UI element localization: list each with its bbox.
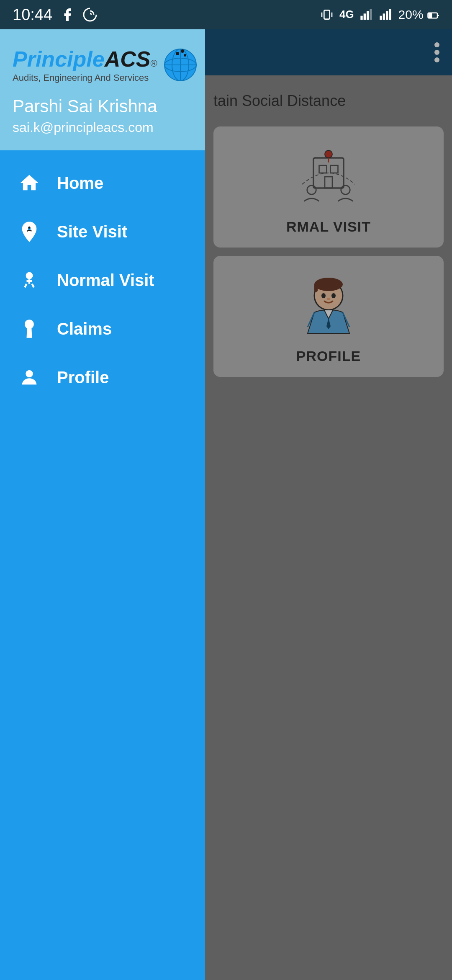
logo-subtitle: Audits, Engineering And Services	[13, 72, 157, 83]
svg-point-32	[184, 54, 186, 57]
svg-rect-7	[386, 11, 388, 20]
home-label: Home	[57, 174, 103, 193]
drawer-menu: Home Site Visit	[0, 150, 205, 410]
signal-icon	[360, 8, 373, 21]
svg-rect-10	[429, 14, 431, 17]
svg-point-31	[181, 49, 184, 53]
sidebar-item-claims[interactable]: Claims	[0, 304, 205, 353]
claims-label: Claims	[57, 320, 112, 338]
signal2-icon	[379, 8, 393, 21]
svg-rect-1	[360, 16, 362, 20]
svg-rect-6	[383, 13, 385, 20]
facebook-icon	[60, 7, 75, 22]
profile-icon	[17, 365, 42, 390]
airtel-icon	[82, 7, 98, 22]
svg-point-35	[27, 273, 32, 279]
profile-label: Profile	[57, 368, 109, 387]
sidebar-item-profile[interactable]: Profile	[0, 353, 205, 402]
svg-rect-0	[324, 10, 329, 19]
sidebar-item-home[interactable]: Home	[0, 159, 205, 207]
logo-acs: ACS	[105, 46, 151, 72]
battery-indicator: 20%	[398, 8, 439, 22]
svg-point-34	[28, 227, 30, 229]
svg-point-36	[26, 370, 33, 377]
sidebar-item-site-visit[interactable]: Site Visit	[0, 207, 205, 256]
status-bar-left: 10:44	[13, 6, 98, 24]
svg-rect-8	[389, 9, 391, 20]
svg-rect-3	[367, 11, 369, 20]
navigation-drawer: Principle ACS ® Audits, Engineering And …	[0, 29, 205, 980]
claims-icon	[17, 316, 42, 341]
site-visit-icon	[17, 219, 42, 244]
svg-rect-5	[380, 16, 382, 20]
drawer-header: Principle ACS ® Audits, Engineering And …	[0, 29, 205, 150]
logo-globe-icon	[162, 46, 199, 84]
normal-visit-icon	[17, 268, 42, 293]
vibrate-icon	[320, 8, 334, 21]
svg-rect-2	[363, 13, 365, 20]
status-bar-right: 4G 20%	[320, 8, 439, 22]
svg-point-30	[176, 52, 179, 55]
4g-icon: 4G	[339, 8, 354, 21]
sidebar-item-normal-visit[interactable]: Normal Visit	[0, 256, 205, 304]
status-bar: 10:44 4G	[0, 0, 452, 29]
logo-principle: Principle	[13, 46, 105, 72]
home-icon	[17, 170, 42, 196]
site-visit-label: Site Visit	[57, 222, 127, 241]
app-logo: Principle ACS ® Audits, Engineering And …	[13, 46, 193, 84]
drawer-user-email: sai.k@principleacs.com	[13, 120, 193, 135]
svg-rect-4	[370, 9, 372, 20]
logo-registered: ®	[150, 58, 157, 69]
normal-visit-label: Normal Visit	[57, 271, 154, 290]
drawer-user-name: Parshi Sai Krishna	[13, 96, 193, 116]
logo-text-area: Principle ACS ® Audits, Engineering And …	[13, 46, 157, 83]
status-time: 10:44	[13, 6, 52, 24]
